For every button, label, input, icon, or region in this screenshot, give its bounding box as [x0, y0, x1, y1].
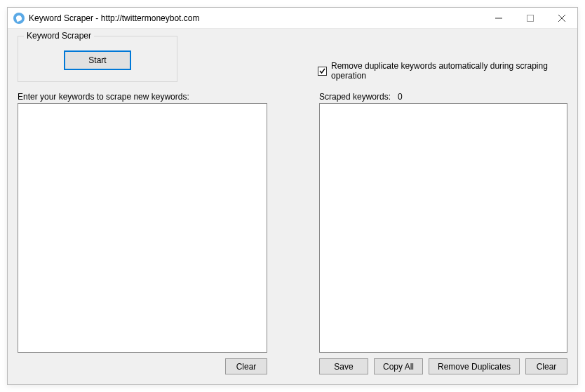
window-controls — [483, 8, 577, 28]
window-title: Keyword Scraper - http://twittermoneybot… — [29, 13, 199, 23]
scraped-count: 0 — [398, 92, 403, 102]
output-label: Scraped keywords: — [319, 92, 391, 102]
output-column: Scraped keywords: 0 Save Copy All Remove… — [319, 92, 567, 374]
input-column: Enter your keywords to scrape new keywor… — [18, 92, 267, 374]
scraper-groupbox: Keyword Scraper Start — [18, 36, 177, 82]
remove-duplicates-checkbox[interactable]: Remove duplicate keywords automatically … — [318, 61, 567, 81]
save-button[interactable]: Save — [319, 358, 368, 374]
client-area: Keyword Scraper Start Remove duplicate k… — [8, 29, 577, 384]
remove-duplicates-button[interactable]: Remove Duplicates — [429, 358, 520, 374]
minimize-button[interactable] — [483, 8, 514, 28]
scraped-output[interactable] — [319, 103, 567, 353]
titlebar: Keyword Scraper - http://twittermoneybot… — [8, 8, 577, 29]
close-button[interactable] — [546, 8, 577, 28]
clear-input-button[interactable]: Clear — [225, 358, 267, 374]
app-icon — [13, 13, 25, 24]
input-label: Enter your keywords to scrape new keywor… — [18, 92, 267, 102]
app-window: Keyword Scraper - http://twittermoneybot… — [7, 7, 578, 385]
maximize-button[interactable] — [514, 8, 546, 28]
keywords-input[interactable] — [18, 103, 267, 353]
copy-all-button[interactable]: Copy All — [374, 358, 423, 374]
checkbox-icon — [318, 67, 327, 76]
svg-rect-1 — [527, 15, 533, 21]
checkbox-label: Remove duplicate keywords automatically … — [331, 61, 567, 81]
start-button[interactable]: Start — [64, 50, 131, 70]
clear-output-button[interactable]: Clear — [525, 358, 567, 374]
groupbox-legend: Keyword Scraper — [24, 31, 94, 41]
